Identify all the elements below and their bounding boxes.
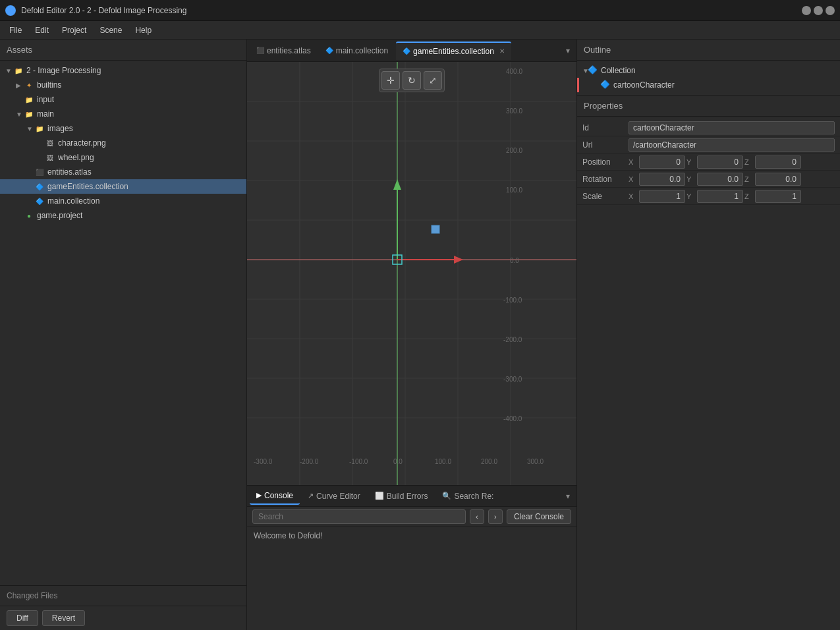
star-folder-icon: ✦ — [24, 80, 34, 90]
console-tab-console[interactable]: ▶ Console — [250, 488, 300, 505]
folder-icon: 📁 — [13, 65, 24, 76]
maximize-button[interactable] — [814, 6, 823, 15]
position-x-input[interactable] — [639, 156, 685, 169]
welcome-message: Welcome to Defold! — [254, 531, 323, 540]
arrow-character — [37, 140, 45, 147]
console-next-button[interactable]: › — [488, 509, 503, 524]
tree-item-main[interactable]: ▼ 📁 main — [0, 107, 246, 121]
properties-table: Id Url Position X Y Z — [577, 117, 840, 630]
images-folder-icon: 📁 — [34, 123, 45, 134]
tab-label-atlas: entities.atlas — [267, 46, 311, 55]
property-row-scale: Scale X Y Z — [577, 188, 840, 205]
search-tab-icon: 🔍 — [442, 492, 451, 500]
rotation-y-input[interactable] — [697, 173, 743, 186]
tree-item-character[interactable]: 🖼 character.png — [0, 136, 246, 150]
property-label-rotation: Rotation — [582, 175, 629, 184]
tree-item-images[interactable]: ▼ 📁 images — [0, 121, 246, 136]
scale-z-input[interactable] — [755, 190, 801, 203]
tree-item-root[interactable]: ▼ 📁 2 - Image Processing — [0, 63, 246, 78]
menu-scene[interactable]: Scene — [93, 23, 128, 38]
properties-header: Properties — [577, 96, 840, 117]
position-x-label: X — [629, 158, 638, 166]
position-z-input[interactable] — [755, 156, 801, 169]
scale-x-input[interactable] — [639, 190, 685, 203]
tab-main-collection[interactable]: 🔷 main.collection — [319, 42, 395, 60]
close-button[interactable] — [826, 6, 835, 15]
arrow-builtins: ▶ — [16, 82, 24, 89]
console-toolbar: ‹ › Clear Console — [247, 507, 576, 527]
diff-button[interactable]: Diff — [7, 610, 38, 626]
tree-item-main-collection[interactable]: 🔷 main.collection — [0, 194, 246, 208]
svg-text:100.0: 100.0 — [435, 458, 451, 465]
tool-scale-button[interactable]: ⤢ — [424, 71, 442, 90]
arrow-input — [16, 96, 24, 103]
svg-text:300.0: 300.0 — [527, 458, 544, 465]
tool-move-button[interactable]: ✛ — [381, 71, 400, 90]
tab-entities-atlas[interactable]: ⬛ entities.atlas — [250, 42, 318, 60]
atlas-icon: ⬛ — [34, 167, 45, 177]
outline-tree: ▼ 🔷 Collection 🔷 cartoonCharacter — [577, 61, 840, 96]
tree-label-wheel: wheel.png — [58, 153, 94, 162]
console-tab-curve-editor[interactable]: ↗ Curve Editor — [301, 488, 367, 505]
tool-rotate-button[interactable]: ↻ — [403, 71, 421, 90]
property-row-url: Url — [577, 136, 840, 154]
property-row-rotation: Rotation X Y Z — [577, 171, 840, 188]
property-value-id[interactable] — [629, 121, 835, 134]
revert-button[interactable]: Revert — [42, 610, 85, 626]
console-tabs-more[interactable]: ▾ — [562, 492, 574, 501]
menubar: File Edit Project Scene Help — [0, 21, 840, 40]
clear-console-button[interactable]: Clear Console — [507, 509, 571, 524]
tree-label-builtins: builtins — [37, 80, 61, 90]
bottom-buttons: Diff Revert — [0, 606, 246, 630]
menu-project[interactable]: Project — [55, 23, 93, 38]
console-tab-search[interactable]: 🔍 Search Re: — [435, 488, 500, 505]
tabs-more-button[interactable]: ▾ — [562, 46, 574, 55]
outline-collection-icon: 🔷 — [588, 65, 598, 76]
menu-help[interactable]: Help — [128, 23, 158, 38]
menu-edit[interactable]: Edit — [28, 23, 55, 38]
rotate-icon: ↻ — [408, 75, 416, 86]
main-layout: Assets ▼ 📁 2 - Image Processing ▶ ✦ buil… — [0, 40, 840, 630]
svg-text:200.0: 200.0 — [506, 147, 522, 154]
curve-tab-label: Curve Editor — [316, 492, 360, 501]
svg-rect-38 — [432, 225, 439, 233]
minimize-button[interactable] — [802, 6, 811, 15]
console-search-input[interactable] — [252, 509, 466, 524]
rotation-z-input[interactable] — [755, 173, 801, 186]
tree-label-root: 2 - Image Processing — [26, 66, 101, 75]
tree-item-input[interactable]: 📁 input — [0, 92, 246, 107]
svg-text:-300.0: -300.0 — [503, 376, 522, 383]
window-title: Defold Editor 2.0 - 2 - Defold Image Pro… — [21, 6, 797, 15]
console-tab-build-errors[interactable]: ⬜ Build Errors — [368, 488, 435, 505]
assets-tree: ▼ 📁 2 - Image Processing ▶ ✦ builtins 📁 … — [0, 61, 246, 585]
tree-item-wheel[interactable]: 🖼 wheel.png — [0, 150, 246, 165]
property-value-url[interactable] — [629, 138, 835, 152]
tab-gameentities-collection[interactable]: 🔷 gameEntities.collection ✕ — [396, 42, 511, 60]
assets-header: Assets — [0, 40, 246, 61]
tree-item-game-project[interactable]: ● game.project — [0, 208, 246, 223]
input-folder-icon: 📁 — [24, 94, 34, 105]
menu-file[interactable]: File — [3, 23, 28, 38]
position-y-input[interactable] — [697, 156, 743, 169]
tab-close-icon[interactable]: ✕ — [499, 47, 505, 55]
outline-item-cartooncharacter[interactable]: 🔷 cartoonCharacter — [577, 78, 840, 92]
collection-icon-main: 🔷 — [34, 196, 45, 206]
svg-text:-200.0: -200.0 — [300, 458, 319, 465]
outline-arrow-collection: ▼ — [582, 67, 588, 74]
tree-item-entities-atlas[interactable]: ⬛ entities.atlas — [0, 165, 246, 179]
outline-entity-icon: 🔷 — [600, 80, 611, 90]
console-icon: ▶ — [256, 491, 262, 500]
window-controls — [802, 6, 835, 15]
outline-item-collection[interactable]: ▼ 🔷 Collection — [577, 63, 840, 78]
tree-label-gameentities: gameEntities.collection — [47, 182, 128, 191]
scale-y-input[interactable] — [697, 190, 743, 203]
console-prev-button[interactable]: ‹ — [470, 509, 484, 524]
right-panel: Outline ▼ 🔷 Collection 🔷 cartoonCharacte… — [576, 40, 840, 630]
canvas-area[interactable]: 400.0 300.0 200.0 100.0 0.0 -100.0 -200.… — [247, 62, 576, 485]
position-z-label: Z — [744, 158, 754, 166]
property-row-position: Position X Y Z — [577, 154, 840, 171]
app-icon — [5, 5, 16, 16]
tree-item-gameentities[interactable]: 🔷 gameEntities.collection — [0, 179, 246, 194]
rotation-x-input[interactable] — [639, 173, 685, 186]
tree-item-builtins[interactable]: ▶ ✦ builtins — [0, 78, 246, 92]
